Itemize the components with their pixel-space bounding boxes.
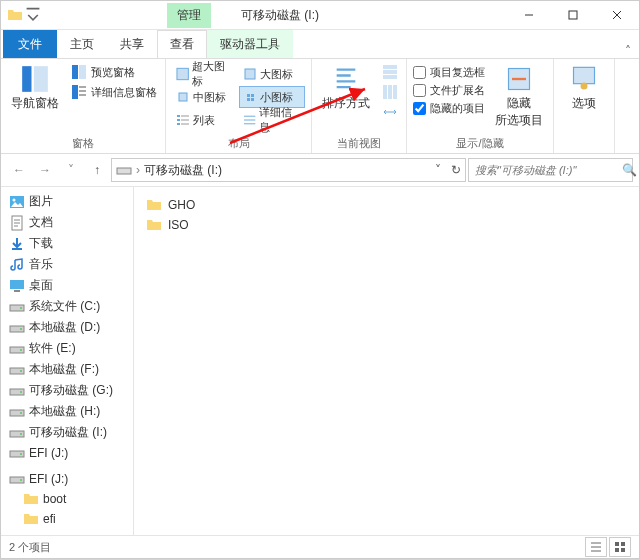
tree-item[interactable]: 系统文件 (C:): [1, 296, 133, 317]
view-details[interactable]: 详细信息: [239, 109, 305, 131]
svg-rect-10: [245, 69, 255, 79]
hide-selected-button[interactable]: 隐藏 所选项目: [491, 63, 547, 134]
search-box[interactable]: 🔍: [468, 158, 633, 182]
title-bar: 管理 可移动磁盘 (I:): [1, 1, 639, 30]
item-checkboxes-toggle[interactable]: 项目复选框: [413, 65, 485, 80]
svg-rect-6: [79, 86, 86, 88]
hidden-items-toggle[interactable]: 隐藏的项目: [413, 101, 485, 116]
add-columns-button[interactable]: [380, 83, 400, 101]
size-columns-button[interactable]: [380, 103, 400, 121]
file-item[interactable]: GHO: [146, 195, 627, 215]
tree-item[interactable]: 下载: [1, 233, 133, 254]
folder-icon: [7, 7, 23, 23]
address-field[interactable]: › 可移动磁盘 (I:) ˅ ↻: [111, 158, 466, 182]
svg-rect-9: [177, 68, 188, 79]
view-super-large[interactable]: 超大图标: [172, 63, 238, 85]
up-button[interactable]: ↑: [85, 158, 109, 182]
ribbon-collapse-icon[interactable]: ˄: [625, 44, 631, 58]
drive-icon: [116, 162, 132, 178]
tree-item-label: EFI (J:): [29, 472, 68, 486]
group-by-button[interactable]: [380, 63, 400, 81]
svg-rect-15: [251, 98, 254, 101]
tree-item-label: boot: [43, 492, 66, 506]
picture-icon: [9, 194, 25, 210]
tree-item[interactable]: 可移动磁盘 (I:): [1, 422, 133, 443]
svg-rect-24: [383, 75, 397, 79]
tree-item[interactable]: EFI (J:): [1, 469, 133, 489]
tree-item[interactable]: 图片: [1, 191, 133, 212]
navigation-tree[interactable]: 图片文档下载音乐桌面系统文件 (C:)本地磁盘 (D:)软件 (E:)本地磁盘 …: [1, 187, 134, 535]
tree-item[interactable]: efi: [1, 509, 133, 529]
close-button[interactable]: [595, 1, 639, 29]
svg-rect-20: [177, 123, 180, 125]
svg-point-43: [20, 349, 22, 351]
tab-home[interactable]: 主页: [57, 30, 107, 58]
qat-dropdown-icon[interactable]: [25, 7, 41, 23]
svg-rect-27: [393, 85, 397, 99]
svg-point-45: [20, 370, 22, 372]
svg-rect-7: [79, 90, 86, 92]
tree-item[interactable]: 本地磁盘 (D:): [1, 317, 133, 338]
doc-icon: [9, 215, 25, 231]
tab-view[interactable]: 查看: [157, 30, 207, 58]
icons-view-button[interactable]: [609, 537, 631, 557]
search-icon[interactable]: 🔍: [622, 163, 637, 177]
drive-icon: [9, 471, 25, 487]
svg-rect-8: [79, 94, 86, 96]
tab-file[interactable]: 文件: [3, 30, 57, 58]
tree-item[interactable]: boot: [1, 489, 133, 509]
minimize-button[interactable]: [507, 1, 551, 29]
view-list[interactable]: 列表: [172, 109, 238, 131]
svg-rect-13: [251, 94, 254, 97]
file-ext-toggle[interactable]: 文件扩展名: [413, 83, 485, 98]
tree-item[interactable]: 本地磁盘 (H:): [1, 401, 133, 422]
tree-item-label: 本地磁盘 (F:): [29, 361, 99, 378]
svg-point-49: [20, 412, 22, 414]
tree-item[interactable]: 音乐: [1, 254, 133, 275]
refresh-icon[interactable]: ↻: [451, 163, 461, 177]
svg-rect-60: [615, 548, 619, 552]
search-input[interactable]: [473, 163, 616, 177]
tree-item-label: EFI (J:): [29, 446, 68, 460]
tree-item-label: 系统文件 (C:): [29, 298, 100, 315]
tab-drive-tools[interactable]: 驱动器工具: [207, 30, 293, 58]
nav-pane-button[interactable]: 导航窗格: [7, 63, 63, 134]
tree-item[interactable]: 文档: [1, 212, 133, 233]
nav-pane-label: 导航窗格: [11, 95, 59, 112]
desktop-icon: [9, 278, 25, 294]
file-list[interactable]: GHOISO: [134, 187, 639, 535]
tree-item-label: efi: [43, 512, 56, 526]
options-button[interactable]: 选项: [560, 63, 608, 137]
svg-rect-1: [22, 66, 31, 92]
tree-item[interactable]: 桌面: [1, 275, 133, 296]
tree-item[interactable]: 本地磁盘 (F:): [1, 359, 133, 380]
file-name: GHO: [168, 198, 195, 212]
recent-dropdown[interactable]: ˅: [59, 158, 83, 182]
drive-icon: [9, 299, 25, 315]
svg-rect-25: [383, 85, 387, 99]
tree-item-label: 文档: [29, 214, 53, 231]
breadcrumb-sep: ›: [136, 163, 140, 177]
layout-gallery[interactable]: 超大图标 大图标 中图标 小图标 列表 详细信息: [172, 63, 305, 134]
tree-item-label: 软件 (E:): [29, 340, 76, 357]
view-large[interactable]: 大图标: [239, 63, 305, 85]
file-item[interactable]: ISO: [146, 215, 627, 235]
details-pane-button[interactable]: 详细信息窗格: [69, 83, 159, 101]
forward-button[interactable]: →: [33, 158, 57, 182]
tree-item-label: 本地磁盘 (H:): [29, 403, 100, 420]
tree-item[interactable]: 软件 (E:): [1, 338, 133, 359]
svg-rect-11: [179, 93, 187, 101]
details-view-button[interactable]: [585, 537, 607, 557]
tab-share[interactable]: 共享: [107, 30, 157, 58]
tree-item[interactable]: EFI (J:): [1, 443, 133, 463]
view-medium[interactable]: 中图标: [172, 86, 238, 108]
folder-icon: [23, 491, 39, 507]
tree-item[interactable]: 可移动磁盘 (G:): [1, 380, 133, 401]
preview-pane-button[interactable]: 预览窗格: [69, 63, 159, 81]
sort-button[interactable]: 排序方式: [318, 63, 374, 134]
back-button[interactable]: ←: [7, 158, 31, 182]
breadcrumb-item[interactable]: 可移动磁盘 (I:): [144, 162, 222, 179]
svg-point-47: [20, 391, 22, 393]
maximize-button[interactable]: [551, 1, 595, 29]
address-dropdown-icon[interactable]: ˅: [435, 163, 441, 177]
